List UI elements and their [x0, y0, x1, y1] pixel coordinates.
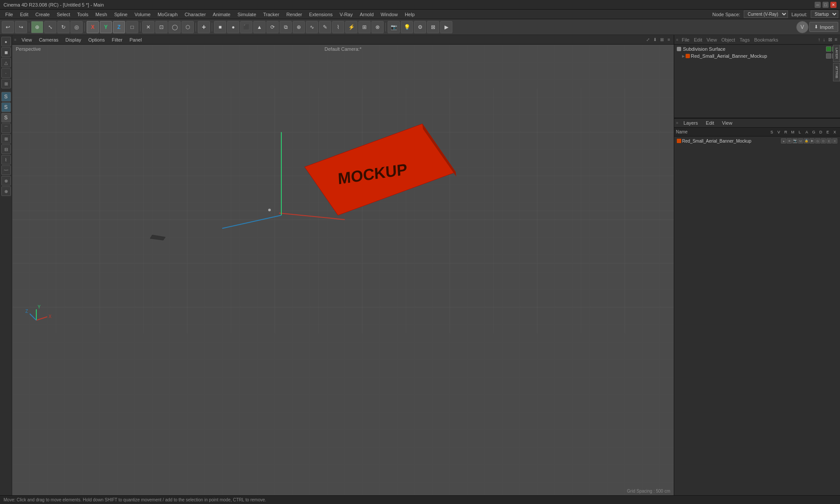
menu-vray[interactable]: V-Ray: [336, 11, 356, 18]
cube-button[interactable]: ■: [214, 21, 226, 33]
scale-tool[interactable]: ⤡: [44, 21, 56, 33]
cone-button[interactable]: ▲: [253, 21, 266, 33]
vp-expand-icon[interactable]: ⤢: [645, 37, 651, 43]
menu-tracker[interactable]: Tracker: [260, 11, 283, 18]
joint-button[interactable]: ⊗: [371, 21, 384, 33]
cylinder-button[interactable]: ⬛: [240, 21, 252, 33]
menu-window[interactable]: Window: [377, 11, 401, 18]
minimize-button[interactable]: ─: [815, 2, 821, 8]
menu-volume[interactable]: Volume: [131, 11, 154, 18]
render-region-button[interactable]: ⊠: [427, 21, 439, 33]
sidebar-grid-icon[interactable]: ⊞: [1, 134, 11, 144]
sidebar-polygon-mode[interactable]: ◼: [1, 47, 11, 57]
menu-render[interactable]: Render: [283, 11, 305, 18]
import-button[interactable]: ⬇ Import: [809, 22, 838, 32]
menu-extensions[interactable]: Extensions: [305, 11, 336, 18]
obj-menu-view[interactable]: View: [706, 36, 718, 43]
obj-item-banner[interactable]: ▶ Red_Small_Aerial_Banner_Mockup: [675, 52, 839, 60]
deformer-button[interactable]: ⌇: [332, 21, 344, 33]
obj-menu-object[interactable]: Object: [721, 36, 736, 43]
sidebar-point-mode[interactable]: ·: [1, 68, 11, 78]
sidebar-uvw-mode[interactable]: ⊞: [1, 79, 11, 88]
layers-menu-edit[interactable]: Edit: [703, 119, 717, 126]
select-circle-button[interactable]: ◯: [168, 21, 181, 33]
rotate-tool[interactable]: ↻: [57, 21, 70, 33]
vp-lock-icon[interactable]: ⊠: [659, 37, 665, 43]
vp-menu-filter[interactable]: Filter: [110, 37, 124, 42]
add-button[interactable]: +: [198, 21, 210, 33]
vp-menu-options[interactable]: Options: [87, 37, 107, 42]
layout-select[interactable]: Startup: [811, 10, 838, 18]
sidebar-grid2-icon[interactable]: ⊟: [1, 144, 11, 154]
sphere-button[interactable]: ●: [227, 21, 239, 33]
select-rect-button[interactable]: ⊡: [155, 21, 168, 33]
menu-spline[interactable]: Spline: [111, 11, 131, 18]
obj-menu-file[interactable]: File: [681, 36, 690, 43]
obj-check-vis-subdivision[interactable]: [826, 46, 831, 52]
close-button[interactable]: ✕: [830, 2, 836, 8]
effector-button[interactable]: ⚡: [345, 21, 357, 33]
obj-item-subdivision[interactable]: Subdivision Surface: [675, 46, 839, 52]
axis-y-button[interactable]: Y: [100, 21, 112, 33]
vp-menu-view[interactable]: View: [20, 37, 34, 42]
sidebar-bend-icon[interactable]: ⌒: [1, 123, 11, 133]
menu-file[interactable]: File: [2, 11, 17, 18]
menu-arnold[interactable]: Arnold: [356, 11, 377, 18]
obj-icon-2[interactable]: ↓: [822, 36, 826, 43]
boole-button[interactable]: ⊕: [293, 21, 305, 33]
node-space-select[interactable]: Current (V-Ray): [744, 10, 788, 18]
move-tool[interactable]: ⊕: [31, 21, 43, 33]
subdivision-button[interactable]: ⧉: [280, 21, 292, 33]
camera-button[interactable]: 📷: [388, 21, 400, 33]
undo-button[interactable]: ↩: [2, 21, 14, 33]
spline-tool[interactable]: ∿: [306, 21, 318, 33]
obj-menu-bookmarks[interactable]: Bookmarks: [753, 36, 779, 43]
menu-animate[interactable]: Animate: [209, 11, 234, 18]
vp-render-icon[interactable]: ⬇: [652, 37, 658, 43]
sidebar-cloth-icon[interactable]: ⊗: [1, 176, 11, 186]
vray-sphere-button[interactable]: V: [796, 21, 808, 33]
layer-play-icon[interactable]: ▶: [809, 138, 815, 144]
vp-menu-cameras[interactable]: Cameras: [37, 37, 60, 42]
sidebar-edge-mode[interactable]: △: [1, 58, 11, 67]
restore-button[interactable]: □: [822, 2, 829, 8]
sidebar-s2-icon[interactable]: S: [1, 102, 11, 112]
nurbs-button[interactable]: ⟳: [266, 21, 279, 33]
sidebar-s3-icon[interactable]: S: [1, 113, 11, 122]
vp-menu-icon[interactable]: ≡: [666, 37, 672, 43]
axis-z-button[interactable]: Z: [113, 21, 125, 33]
layer-vis-icon[interactable]: 👁: [787, 138, 792, 144]
obj-icon-3[interactable]: ⊠: [827, 36, 833, 43]
sidebar-terrain-icon[interactable]: ⌇: [1, 155, 11, 164]
instance-button[interactable]: ⊞: [358, 21, 371, 33]
obj-expand-icon[interactable]: ▶: [682, 54, 685, 58]
layer-row-banner[interactable]: Red_Small_Aerial_Banner_Mockup ● 👁 📷 M 🔒…: [675, 137, 839, 144]
select-all-button[interactable]: ✕: [142, 21, 154, 33]
layers-menu-layers[interactable]: Layers: [681, 119, 700, 126]
vp-menu-display[interactable]: Display: [64, 37, 83, 42]
sidebar-wave-icon[interactable]: 〰: [1, 165, 11, 175]
layer-motion-icon[interactable]: M: [798, 138, 803, 144]
sidebar-s-icon[interactable]: S: [1, 92, 11, 102]
menu-mesh[interactable]: Mesh: [92, 11, 111, 18]
layer-solo-icon[interactable]: ●: [781, 138, 786, 144]
menu-edit[interactable]: Edit: [17, 11, 32, 18]
edge-tab-1[interactable]: LAYER: [833, 45, 840, 62]
viewport-3d[interactable]: MOCKUP X Y Z Perspective: [12, 45, 674, 495]
layer-exp-icon[interactable]: E: [826, 138, 832, 144]
edge-tab-2[interactable]: ATTRIB: [833, 63, 840, 81]
obj-menu-edit[interactable]: Edit: [693, 36, 703, 43]
axis-x-button[interactable]: X: [87, 21, 99, 33]
menu-create[interactable]: Create: [32, 11, 53, 18]
layer-deform-icon[interactable]: D: [821, 138, 826, 144]
layer-render-icon[interactable]: 📷: [792, 138, 798, 144]
settings-button[interactable]: ⚙: [414, 21, 426, 33]
select-poly-button[interactable]: ⬡: [182, 21, 194, 33]
obj-icon-1[interactable]: ↑: [817, 36, 822, 43]
obj-icon-4[interactable]: ≡: [834, 36, 838, 43]
sidebar-ik-icon[interactable]: ⊕: [1, 186, 11, 196]
layer-lock-icon[interactable]: 🔒: [804, 138, 809, 144]
menu-select[interactable]: Select: [53, 11, 74, 18]
layer-gen-icon[interactable]: G: [815, 138, 820, 144]
layers-menu-view[interactable]: View: [719, 119, 735, 126]
